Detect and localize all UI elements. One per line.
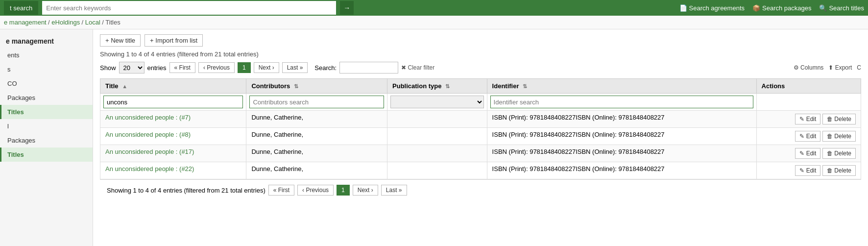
last-page-button-bottom[interactable]: Last »: [381, 185, 407, 196]
filter-pubtype-cell: [387, 94, 487, 111]
first-page-button-bottom[interactable]: « First: [268, 185, 294, 196]
row3-title-cell: An unconsidered people : (#17): [100, 145, 246, 162]
sidebar-item-s[interactable]: s: [0, 62, 93, 76]
sidebar-item-titles2[interactable]: Titles: [0, 148, 93, 162]
col-identifier-header[interactable]: Identifier ⇅: [487, 79, 756, 94]
sidebar-item-l[interactable]: l: [0, 119, 93, 133]
search-agreements-label: Search agreements: [689, 4, 745, 12]
row4-identifier-value: ISBN (Print): 9781848408227ISBN (Online)…: [492, 165, 665, 172]
col-contributors-sort-icon: ⇅: [294, 83, 298, 89]
copy-button[interactable]: C: [857, 64, 861, 71]
row3-pubtype-cell: [387, 145, 487, 162]
row3-actions-cell: ✎ Edit 🗑 Delete: [756, 145, 861, 162]
col-contributors-header[interactable]: Contributors ⇅: [246, 79, 387, 94]
search-packages-label: Search packages: [762, 4, 811, 12]
col-title-header[interactable]: Title ▲: [100, 79, 246, 94]
sidebar-item-ents[interactable]: ents: [0, 48, 93, 62]
row2-contributors-value: Dunne, Catherine,: [251, 131, 303, 138]
last-page-button-top[interactable]: Last »: [282, 62, 308, 73]
row1-identifier-value: ISBN (Print): 9781848408227ISBN (Online)…: [492, 114, 665, 121]
row4-title-link[interactable]: An unconsidered people : (#22): [105, 165, 194, 172]
row4-identifier-cell: ISBN (Print): 9781848408227ISBN (Online)…: [487, 162, 756, 179]
contributors-filter-input[interactable]: [249, 96, 384, 108]
row4-contributors-cell: Dunne, Catherine,: [246, 162, 387, 179]
export-button[interactable]: ⬆ Export: [828, 64, 852, 71]
sidebar: e management ents s CO Packages Titles l…: [0, 29, 93, 246]
row1-delete-button[interactable]: 🗑 Delete: [822, 114, 856, 124]
new-title-button[interactable]: + New title: [100, 34, 141, 47]
col-identifier-label: Identifier: [492, 82, 519, 90]
top-search-go-button[interactable]: →: [340, 1, 354, 15]
main-content: + New title + Import from list Showing 1…: [93, 29, 868, 246]
row4-title-cell: An unconsidered people : (#22): [100, 162, 246, 179]
pubtype-filter-select[interactable]: [390, 96, 484, 108]
breadcrumb-local[interactable]: Local: [85, 19, 100, 26]
row4-actions-cell: ✎ Edit 🗑 Delete: [756, 162, 861, 179]
col-pubtype-label: Publication type: [392, 82, 441, 90]
title-filter-input[interactable]: [103, 96, 243, 108]
prev-page-button-top[interactable]: ‹ Previous: [198, 62, 235, 73]
packages-icon: 📦: [752, 4, 760, 12]
breadcrumb: e management / eHoldings / Local / Title…: [0, 16, 868, 29]
col-actions-header: Actions: [756, 79, 861, 94]
breadcrumb-management[interactable]: e management: [4, 19, 47, 26]
sidebar-item-packages2[interactable]: Packages: [0, 133, 93, 148]
sidebar-item-titles1[interactable]: Titles: [0, 105, 93, 119]
top-search-button[interactable]: t search: [4, 1, 38, 15]
row2-identifier-value: ISBN (Print): 9781848408227ISBN (Online)…: [492, 131, 665, 138]
showing-info-top: Showing 1 to 4 of 4 entries (filtered fr…: [100, 50, 861, 58]
row3-title-link[interactable]: An unconsidered people : (#17): [105, 148, 194, 155]
identifier-filter-input[interactable]: [490, 96, 753, 108]
top-search-input[interactable]: [42, 1, 336, 15]
showing-info-bottom: Showing 1 to 4 of 4 entries (filtered fr…: [107, 187, 265, 194]
table-row: An unconsidered people : (#8) Dunne, Cat…: [100, 128, 861, 145]
row1-edit-button[interactable]: ✎ Edit: [795, 114, 820, 124]
col-identifier-sort-icon: ⇅: [523, 83, 527, 89]
row2-title-link[interactable]: An unconsidered people : (#8): [105, 131, 191, 138]
search-titles-link[interactable]: 🔍 Search titles: [819, 4, 864, 12]
row3-identifier-value: ISBN (Print): 9781848408227ISBN (Online)…: [492, 148, 665, 155]
agreements-icon: 📄: [679, 4, 687, 12]
sidebar-title: e management: [0, 33, 93, 48]
import-from-list-button[interactable]: + Import from list: [145, 34, 203, 47]
table-search-input[interactable]: [339, 62, 398, 74]
prev-page-button-bottom[interactable]: ‹ Previous: [297, 185, 334, 196]
row1-identifier-cell: ISBN (Print): 9781848408227ISBN (Online)…: [487, 111, 756, 128]
row2-delete-button[interactable]: 🗑 Delete: [822, 131, 856, 142]
row2-edit-button[interactable]: ✎ Edit: [795, 131, 820, 142]
row1-actions-cell: ✎ Edit 🗑 Delete: [756, 111, 861, 128]
search-agreements-link[interactable]: 📄 Search agreements: [679, 4, 745, 12]
row3-identifier-cell: ISBN (Print): 9781848408227ISBN (Online)…: [487, 145, 756, 162]
row4-edit-button[interactable]: ✎ Edit: [795, 165, 820, 176]
top-bar-links: 📄 Search agreements 📦 Search packages 🔍 …: [679, 4, 864, 12]
next-page-button-bottom[interactable]: Next ›: [353, 185, 378, 196]
columns-button[interactable]: ⚙ Columns: [794, 64, 824, 71]
breadcrumb-eholdings[interactable]: eHoldings: [51, 19, 80, 26]
row3-delete-button[interactable]: 🗑 Delete: [822, 148, 856, 159]
row4-pubtype-cell: [387, 162, 487, 179]
clear-filter-button[interactable]: ✖ Clear filter: [401, 64, 434, 71]
pagination-bar-top: Show 20 10 50 100 entries « First ‹ Prev…: [100, 62, 861, 74]
row2-title-cell: An unconsidered people : (#8): [100, 128, 246, 145]
current-page-button-top[interactable]: 1: [238, 62, 251, 73]
first-page-button-top[interactable]: « First: [169, 62, 195, 73]
search-packages-link[interactable]: 📦 Search packages: [752, 4, 811, 12]
row2-pubtype-cell: [387, 128, 487, 145]
entries-label: entries: [147, 64, 167, 72]
layout: e management ents s CO Packages Titles l…: [0, 29, 868, 246]
show-entries-select[interactable]: 20 10 50 100: [119, 62, 145, 74]
row1-title-link[interactable]: An unconsidered people : (#7): [105, 114, 191, 121]
current-page-button-bottom[interactable]: 1: [337, 185, 350, 196]
row3-edit-button[interactable]: ✎ Edit: [795, 148, 820, 159]
next-page-button-top[interactable]: Next ›: [254, 62, 279, 73]
sidebar-item-packages1[interactable]: Packages: [0, 91, 93, 105]
top-bar: t search → 📄 Search agreements 📦 Search …: [0, 0, 868, 16]
table-row: An unconsidered people : (#22) Dunne, Ca…: [100, 162, 861, 179]
row4-delete-button[interactable]: 🗑 Delete: [822, 165, 856, 176]
col-title-sort-icon: ▲: [122, 83, 127, 89]
row2-identifier-cell: ISBN (Print): 9781848408227ISBN (Online)…: [487, 128, 756, 145]
table-row: An unconsidered people : (#7) Dunne, Cat…: [100, 111, 861, 128]
row1-title-cell: An unconsidered people : (#7): [100, 111, 246, 128]
sidebar-item-co[interactable]: CO: [0, 76, 93, 91]
col-pubtype-header[interactable]: Publication type ⇅: [387, 79, 487, 94]
